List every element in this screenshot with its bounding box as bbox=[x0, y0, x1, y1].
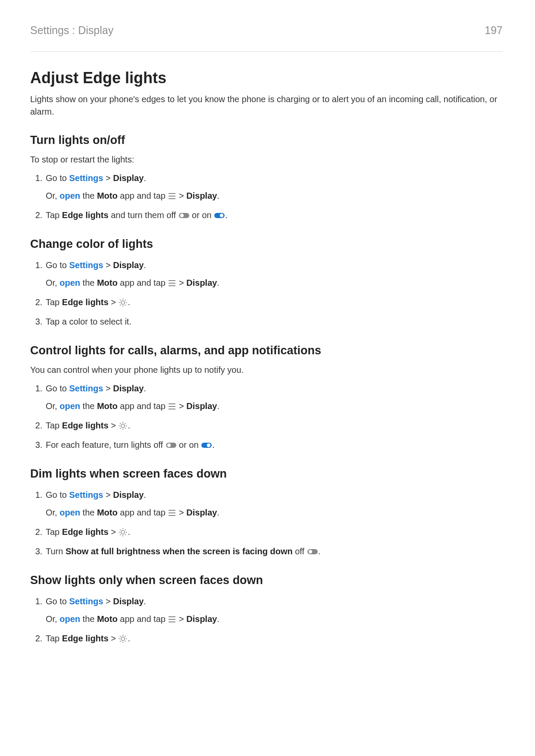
section-heading-turn-on-off: Turn lights on/off bbox=[30, 134, 503, 147]
text: app and tap bbox=[118, 614, 168, 624]
display-label: Display bbox=[186, 278, 217, 287]
section-heading-dim-lights: Dim lights when screen faces down bbox=[30, 467, 503, 481]
open-link[interactable]: open bbox=[59, 278, 80, 287]
text: . bbox=[144, 490, 146, 500]
text: > bbox=[176, 401, 186, 411]
settings-link[interactable]: Settings bbox=[69, 384, 103, 393]
toggle-off-icon bbox=[166, 441, 177, 449]
section-desc: To stop or restart the lights: bbox=[30, 155, 503, 165]
toggle-off-icon bbox=[307, 548, 318, 556]
text: . bbox=[217, 278, 219, 287]
text: > bbox=[103, 384, 113, 393]
display-label: Display bbox=[113, 260, 144, 270]
setting-label: Show at full brightness when the screen … bbox=[66, 547, 293, 556]
text: > bbox=[176, 508, 186, 517]
menu-icon bbox=[168, 279, 176, 287]
page-title: Adjust Edge lights bbox=[30, 69, 503, 87]
text: For each feature, turn lights off bbox=[46, 440, 166, 450]
settings-link[interactable]: Settings bbox=[69, 490, 103, 500]
display-label: Display bbox=[186, 508, 217, 517]
gear-icon bbox=[118, 634, 128, 644]
text: > bbox=[176, 191, 186, 200]
settings-link[interactable]: Settings bbox=[69, 597, 103, 606]
text: Go to bbox=[46, 173, 69, 183]
open-link[interactable]: open bbox=[59, 508, 80, 517]
text: or on bbox=[177, 440, 201, 450]
edge-lights-label: Edge lights bbox=[62, 210, 109, 220]
text: Tap a color to select it. bbox=[46, 317, 131, 326]
text: > bbox=[103, 173, 113, 183]
display-label: Display bbox=[113, 384, 144, 393]
step: Go to Settings > Display. Or, open the M… bbox=[45, 172, 503, 203]
text: . bbox=[144, 173, 146, 183]
text: . bbox=[318, 547, 321, 556]
section-heading-show-only-down: Show lights only when screen faces down bbox=[30, 574, 503, 587]
edge-lights-label: Edge lights bbox=[62, 634, 109, 643]
text: the bbox=[80, 614, 97, 624]
settings-link[interactable]: Settings bbox=[69, 260, 103, 270]
menu-icon bbox=[168, 402, 176, 411]
intro-text: Lights show on your phone's edges to let… bbox=[30, 93, 503, 118]
section-heading-control-lights: Control lights for calls, alarms, and ap… bbox=[30, 344, 503, 357]
text: > bbox=[103, 490, 113, 500]
display-label: Display bbox=[186, 191, 217, 200]
display-label: Display bbox=[186, 401, 217, 411]
steps-list: Go to Settings > Display. Or, open the M… bbox=[30, 172, 503, 222]
text: the bbox=[80, 191, 97, 200]
section-heading-change-color: Change color of lights bbox=[30, 237, 503, 251]
text: . bbox=[144, 260, 146, 270]
steps-list: Go to Settings > Display. Or, open the M… bbox=[30, 382, 503, 452]
text: and turn them off bbox=[109, 210, 178, 220]
display-label: Display bbox=[113, 173, 144, 183]
text: . bbox=[144, 597, 146, 606]
section-desc: You can control when your phone lights u… bbox=[30, 365, 503, 375]
step: Tap Edge lights > . bbox=[45, 632, 503, 645]
text: > bbox=[176, 614, 186, 624]
text: the bbox=[80, 278, 97, 287]
page-number: 197 bbox=[485, 24, 503, 37]
step: For each feature, turn lights off or on … bbox=[45, 438, 503, 452]
text: the bbox=[80, 508, 97, 517]
text: . bbox=[225, 210, 228, 220]
text: > bbox=[109, 421, 119, 430]
open-link[interactable]: open bbox=[59, 401, 80, 411]
steps-list: Go to Settings > Display. Or, open the M… bbox=[30, 595, 503, 645]
menu-icon bbox=[168, 509, 176, 517]
display-label: Display bbox=[113, 597, 144, 606]
step: Tap Edge lights and turn them off or on … bbox=[45, 209, 503, 222]
step: Go to Settings > Display. Or, open the M… bbox=[45, 382, 503, 413]
text: > bbox=[103, 260, 113, 270]
text: Go to bbox=[46, 260, 69, 270]
gear-icon bbox=[118, 528, 128, 537]
open-link[interactable]: open bbox=[59, 614, 80, 624]
text: > bbox=[109, 527, 119, 537]
display-label: Display bbox=[113, 490, 144, 500]
text: Go to bbox=[46, 384, 69, 393]
toggle-on-icon bbox=[201, 441, 212, 449]
open-link[interactable]: open bbox=[59, 191, 80, 200]
step: Turn Show at full brightness when the sc… bbox=[45, 545, 503, 558]
text: . bbox=[212, 440, 215, 450]
text: . bbox=[217, 614, 219, 624]
moto-label: Moto bbox=[97, 508, 118, 517]
menu-icon bbox=[168, 192, 176, 200]
breadcrumb: Settings : Display bbox=[30, 24, 113, 37]
moto-label: Moto bbox=[97, 614, 118, 624]
text: Or, bbox=[46, 278, 59, 287]
text: Go to bbox=[46, 597, 69, 606]
gear-icon bbox=[118, 421, 128, 431]
step: Go to Settings > Display. Or, open the M… bbox=[45, 595, 503, 626]
settings-link[interactable]: Settings bbox=[69, 173, 103, 183]
text: Or, bbox=[46, 401, 59, 411]
text: > bbox=[109, 634, 119, 643]
text: > bbox=[176, 278, 186, 287]
text: the bbox=[80, 401, 97, 411]
edge-lights-label: Edge lights bbox=[62, 527, 109, 537]
step: Tap Edge lights > . bbox=[45, 296, 503, 309]
text: > bbox=[103, 597, 113, 606]
text: app and tap bbox=[118, 278, 168, 287]
step: Go to Settings > Display. Or, open the M… bbox=[45, 259, 503, 290]
steps-list: Go to Settings > Display. Or, open the M… bbox=[30, 488, 503, 558]
moto-label: Moto bbox=[97, 401, 118, 411]
menu-icon bbox=[168, 615, 176, 624]
